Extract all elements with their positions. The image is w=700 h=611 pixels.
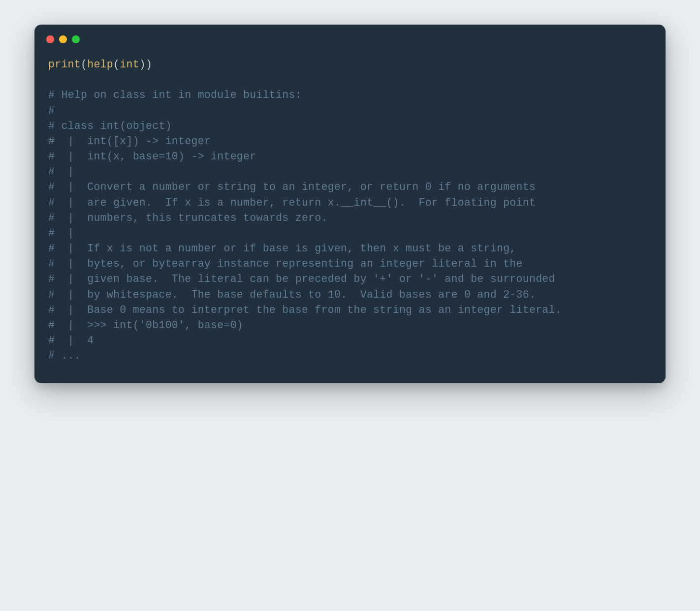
blank-line (48, 72, 652, 88)
comment-line: # | given base. The literal can be prece… (48, 272, 652, 287)
code-content: print(help(int)) # Help on class int in … (34, 47, 666, 383)
builtin-token: help (87, 59, 113, 70)
comment-line: # | are given. If x is a number, return … (48, 195, 652, 211)
comment-line: # | (48, 226, 652, 241)
comment-line: # | int([x]) -> integer (48, 134, 652, 149)
comment-line: # | numbers, this truncates towards zero… (48, 211, 652, 226)
titlebar (34, 25, 666, 47)
punct-token: )) (139, 59, 152, 70)
punct-token: ( (113, 59, 120, 70)
code-line: print(help(int)) (48, 57, 652, 72)
maximize-icon[interactable] (72, 35, 80, 43)
comment-line: # class int(object) (48, 119, 652, 134)
minimize-icon[interactable] (59, 35, 67, 43)
comment-line: # | Base 0 means to interpret the base f… (48, 303, 652, 318)
comment-line: # Help on class int in module builtins: (48, 88, 652, 103)
comment-line: # | If x is not a number or if base is g… (48, 241, 652, 256)
comment-line: # ... (48, 348, 652, 364)
builtin-token: int (120, 59, 139, 70)
comment-line: # | by whitespace. The base defaults to … (48, 287, 652, 303)
comment-line: # (48, 103, 652, 119)
comment-line: # | (48, 164, 652, 180)
comment-line: # | 4 (48, 333, 652, 348)
comment-line: # | Convert a number or string to an int… (48, 180, 652, 195)
code-window: print(help(int)) # Help on class int in … (34, 25, 666, 383)
punct-token: ( (81, 59, 87, 70)
close-icon[interactable] (46, 35, 54, 43)
comment-line: # | bytes, or bytearray instance represe… (48, 256, 652, 272)
builtin-token: print (48, 59, 81, 70)
comment-line: # | int(x, base=10) -> integer (48, 149, 652, 164)
comment-line: # | >>> int('0b100', base=0) (48, 318, 652, 333)
